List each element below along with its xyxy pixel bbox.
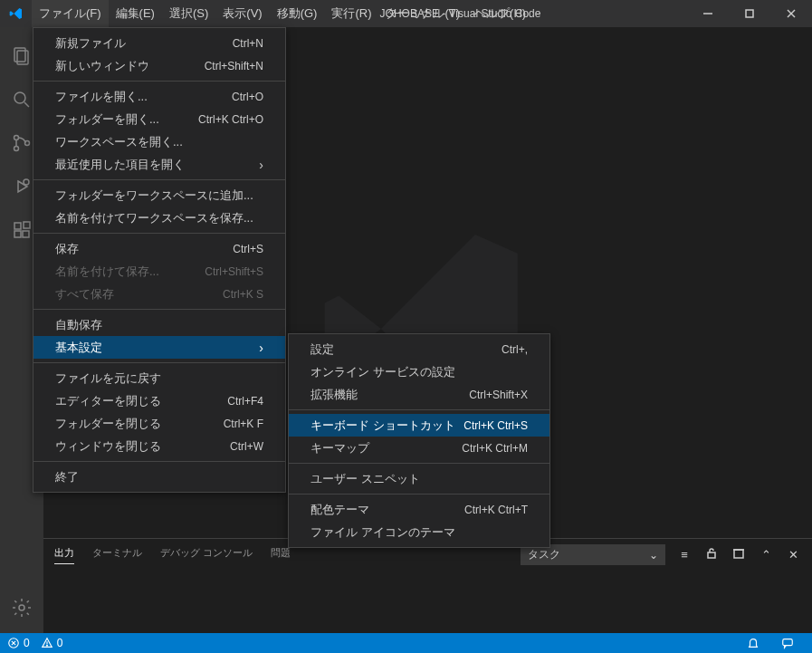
pref-menu-item-2[interactable]: 拡張機能Ctrl+Shift+X xyxy=(289,383,549,406)
clear-icon[interactable] xyxy=(731,546,747,563)
warning-count: 0 xyxy=(57,637,63,649)
file-menu-item-13: すべて保存Ctrl+K S xyxy=(33,283,285,305)
feedback-icon[interactable] xyxy=(781,637,794,649)
close-button[interactable] xyxy=(770,0,812,27)
select-label: タスク xyxy=(528,547,560,562)
maximize-button[interactable] xyxy=(729,0,770,27)
pref-menu-item-7[interactable]: ユーザー スニペット xyxy=(289,467,549,490)
file-menu-item-0[interactable]: 新規ファイルCtrl+N xyxy=(33,32,285,54)
chevron-right-icon: › xyxy=(259,341,263,355)
menu-item-label: 終了 xyxy=(55,469,79,485)
menu-item-label: フォルダーを開く... xyxy=(55,111,159,128)
menu-移動(G)[interactable]: 移動(G) xyxy=(270,0,325,27)
menu-item-label: ファイル アイコンのテーマ xyxy=(310,524,455,541)
pref-menu-item-0[interactable]: 設定Ctrl+, xyxy=(289,338,549,360)
panel-tab-出力[interactable]: 出力 xyxy=(54,546,74,564)
menu-item-label: キーマップ xyxy=(310,440,369,456)
menu-item-shortcut: Ctrl+K Ctrl+T xyxy=(464,504,528,516)
file-menu-item-8[interactable]: フォルダーをワークスペースに追加... xyxy=(33,184,285,206)
pref-menu-separator xyxy=(289,494,549,495)
svg-rect-17 xyxy=(24,222,30,228)
file-menu-item-4[interactable]: フォルダーを開く...Ctrl+K Ctrl+O xyxy=(33,108,285,130)
menu-item-shortcut: Ctrl+Shift+N xyxy=(205,60,263,72)
file-menu-item-9[interactable]: 名前を付けてワークスペースを保存... xyxy=(33,206,285,229)
svg-rect-16 xyxy=(23,231,29,237)
file-menu-item-20[interactable]: フォルダーを閉じるCtrl+K F xyxy=(33,412,285,435)
menu-item-label: ウィンドウを閉じる xyxy=(55,438,161,455)
menu-item-shortcut: Ctrl+K F xyxy=(224,418,263,430)
svg-point-26 xyxy=(46,645,47,646)
menu-item-shortcut: Ctrl+K S xyxy=(223,288,263,301)
pref-menu-item-1[interactable]: オンライン サービスの設定 xyxy=(289,360,549,383)
menu-item-label: フォルダーを閉じる xyxy=(55,416,161,432)
error-count: 0 xyxy=(24,637,30,649)
status-warnings[interactable]: 0 xyxy=(41,637,63,649)
status-errors[interactable]: 0 xyxy=(7,637,30,649)
svg-rect-19 xyxy=(708,552,715,558)
pref-menu-item-5[interactable]: キーマップCtrl+K Ctrl+M xyxy=(289,437,549,459)
file-menu-item-15[interactable]: 自動保存 xyxy=(33,313,285,336)
svg-line-7 xyxy=(24,102,29,107)
file-menu-item-21[interactable]: ウィンドウを閉じるCtrl+W xyxy=(33,435,285,457)
file-menu-separator xyxy=(33,179,285,180)
minimize-button[interactable] xyxy=(687,0,729,27)
pref-menu-item-10[interactable]: ファイル アイコンのテーマ xyxy=(289,521,549,543)
menu-item-label: すべて保存 xyxy=(55,286,114,302)
menu-item-label: ファイルを元に戻す xyxy=(55,370,161,387)
menu-item-label: 設定 xyxy=(310,341,334,358)
menu-ファイル(F)[interactable]: ファイル(F) xyxy=(32,0,109,27)
file-menu-item-18[interactable]: ファイルを元に戻す xyxy=(33,367,285,389)
chevron-down-icon: ⌄ xyxy=(649,549,658,562)
menu-表示(V)[interactable]: 表示(V) xyxy=(215,0,269,27)
file-menu-separator xyxy=(33,362,285,363)
menu-item-shortcut: Ctrl+N xyxy=(233,37,263,50)
file-menu-item-11[interactable]: 保存Ctrl+S xyxy=(33,237,285,260)
menu-item-shortcut: Ctrl+K Ctrl+O xyxy=(198,113,263,126)
lock-icon[interactable] xyxy=(703,546,720,563)
file-menu-item-23[interactable]: 終了 xyxy=(33,466,285,488)
filter-icon[interactable]: ≡ xyxy=(676,548,693,562)
menu-item-shortcut: Ctrl+S xyxy=(233,243,263,255)
file-menu-item-3[interactable]: ファイルを開く...Ctrl+O xyxy=(33,85,285,108)
svg-rect-14 xyxy=(14,223,21,229)
file-menu-item-16[interactable]: 基本設定› xyxy=(33,336,285,359)
svg-rect-20 xyxy=(734,550,743,558)
panel-tab-デバッグ コンソール[interactable]: デバッグ コンソール xyxy=(160,546,253,563)
menu-item-label: ユーザー スニペット xyxy=(310,471,420,487)
settings-gear-icon[interactable] xyxy=(0,586,43,629)
file-menu-item-6[interactable]: 最近使用した項目を開く› xyxy=(33,153,285,176)
menu-item-shortcut: Ctrl+W xyxy=(230,440,263,453)
notifications-icon[interactable] xyxy=(747,637,759,649)
menu-item-shortcut: Ctrl+, xyxy=(502,343,528,356)
file-menu-separator xyxy=(33,233,285,234)
menu-編集(E)[interactable]: 編集(E) xyxy=(109,0,162,27)
panel-tab-問題[interactable]: 問題 xyxy=(271,546,291,563)
titlebar: ファイル(F)編集(E)選択(S)表示(V)移動(G)実行(R)ターミナル(T)… xyxy=(0,0,812,27)
status-bar: 0 0 xyxy=(0,633,812,653)
menu-選択(S)[interactable]: 選択(S) xyxy=(162,0,215,27)
menu-item-label: 自動保存 xyxy=(55,317,102,333)
pref-menu-item-9[interactable]: 配色テーマCtrl+K Ctrl+T xyxy=(289,498,549,521)
svg-point-8 xyxy=(14,136,19,140)
menu-item-label: オンライン サービスの設定 xyxy=(310,364,455,380)
menu-item-label: 名前を付けてワークスペースを保存... xyxy=(55,210,253,226)
menu-item-label: フォルダーをワークスペースに追加... xyxy=(55,187,253,204)
svg-point-18 xyxy=(19,605,24,610)
svg-rect-15 xyxy=(14,231,21,237)
pref-menu-item-4[interactable]: キーボード ショートカットCtrl+K Ctrl+S xyxy=(289,414,549,437)
svg-rect-1 xyxy=(746,10,753,17)
menu-item-shortcut: Ctrl+K Ctrl+S xyxy=(463,419,528,432)
file-menu-item-12: 名前を付けて保存...Ctrl+Shift+S xyxy=(33,260,285,283)
close-panel-icon[interactable]: ✕ xyxy=(785,548,801,562)
file-menu-item-19[interactable]: エディターを閉じるCtrl+F4 xyxy=(33,389,285,412)
pref-menu-separator xyxy=(289,463,549,464)
menu-実行(R)[interactable]: 実行(R) xyxy=(324,0,378,27)
menu-item-shortcut: Ctrl+Shift+X xyxy=(469,389,528,401)
svg-rect-27 xyxy=(783,639,793,646)
file-menu-item-1[interactable]: 新しいウィンドウCtrl+Shift+N xyxy=(33,54,285,77)
menu-item-shortcut: Ctrl+K Ctrl+M xyxy=(462,442,528,455)
chevron-up-icon[interactable]: ⌃ xyxy=(758,548,774,562)
menu-item-label: 新規ファイル xyxy=(55,35,126,52)
file-menu-item-5[interactable]: ワークスペースを開く... xyxy=(33,130,285,153)
panel-tab-ターミナル[interactable]: ターミナル xyxy=(92,546,142,563)
